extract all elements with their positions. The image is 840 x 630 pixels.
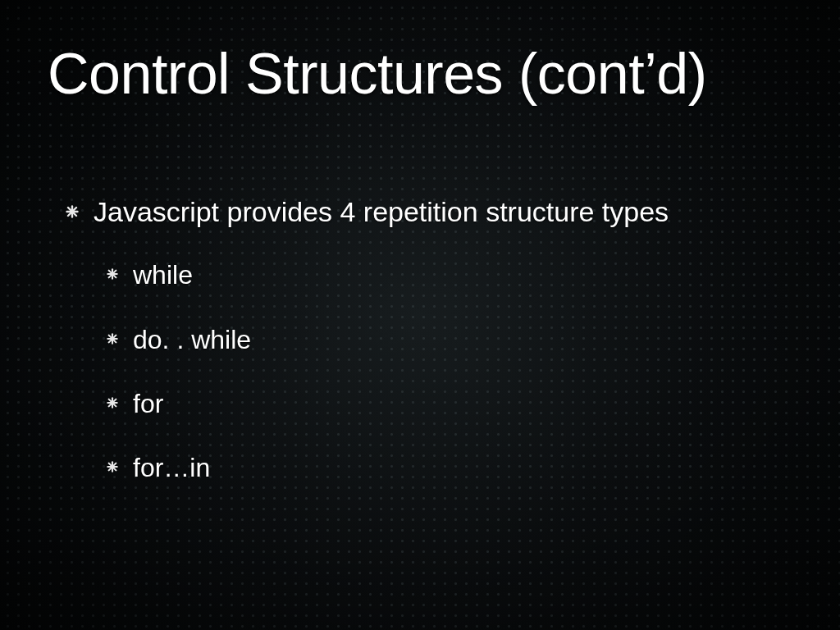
- list-item: while: [107, 259, 792, 290]
- list-item: Javascript provides 4 repetition structu…: [66, 195, 792, 229]
- list-item: do. . while: [107, 324, 792, 355]
- bullet-text: do. . while: [133, 324, 251, 355]
- asterisk-icon: [107, 333, 118, 345]
- slide-content: Control Structures (cont’d) Javascript p…: [0, 0, 840, 630]
- list-item: for: [107, 388, 792, 419]
- bullet-text: Javascript provides 4 repetition structu…: [94, 195, 669, 229]
- bullet-text: for: [133, 388, 163, 419]
- list-item: for…in: [107, 452, 792, 483]
- bullet-text: while: [133, 259, 193, 290]
- asterisk-icon: [107, 461, 118, 472]
- bullet-text: for…in: [133, 452, 210, 483]
- asterisk-icon: [107, 268, 118, 280]
- slide-title: Control Structures (cont’d): [48, 44, 792, 105]
- asterisk-icon: [66, 205, 79, 218]
- asterisk-icon: [107, 397, 118, 409]
